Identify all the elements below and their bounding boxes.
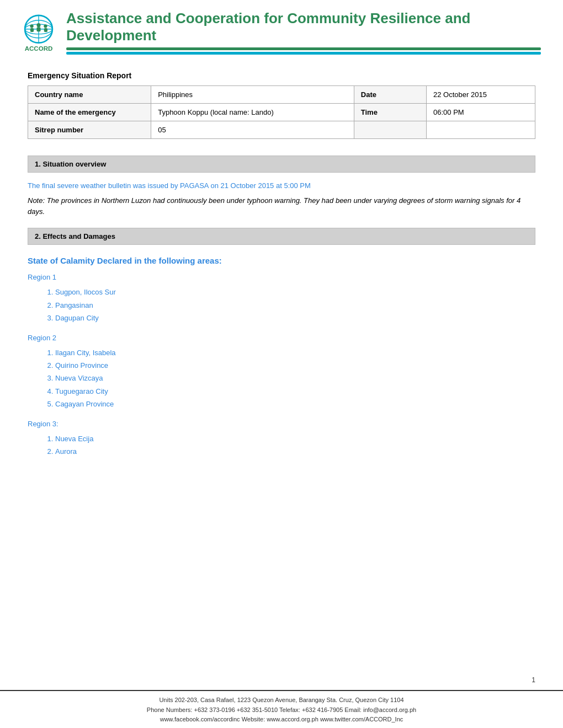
- value-emergency: Typhoon Koppu (local name: Lando): [151, 104, 354, 121]
- section2-header: 2. Effects and Damages: [28, 228, 535, 245]
- table-row-sitrep: Sitrep number 05: [28, 121, 535, 139]
- org-title: Assistance and Cooperation for Community…: [66, 10, 541, 44]
- list-item: Pangasinan: [55, 299, 535, 312]
- svg-point-7: [30, 24, 33, 28]
- main-content: Emergency Situation Report Country name …: [0, 55, 563, 511]
- svg-rect-10: [44, 28, 47, 32]
- page-footer: Units 202-203, Casa Rafael, 1223 Quezon …: [0, 690, 563, 728]
- page-header: ACCORD Assistance and Cooperation for Co…: [0, 0, 563, 55]
- footer-line3: www.facebook.com/accordinc Website: www.…: [22, 715, 541, 725]
- list-item: Aurora: [55, 445, 535, 458]
- region3-heading: Region 3:: [28, 420, 535, 428]
- accord-logo: ACCORD: [17, 10, 61, 55]
- section1-header: 1. Situation overview: [28, 156, 535, 173]
- footer-line1: Units 202-203, Casa Rafael, 1223 Quezon …: [22, 695, 541, 705]
- label-country: Country name: [28, 86, 151, 104]
- header-title-area: Assistance and Cooperation for Community…: [61, 10, 541, 55]
- label-time: Time: [354, 104, 426, 121]
- value-empty: [427, 121, 535, 139]
- blue-bar: [66, 52, 541, 55]
- note-text: Note: The provinces in Northern Luzon ha…: [28, 195, 535, 217]
- page-number: 1: [532, 676, 535, 684]
- info-table: Country name Philippines Date 22 October…: [28, 85, 535, 139]
- report-title: Emergency Situation Report: [28, 71, 535, 80]
- calamity-heading: State of Calamity Declared in the follow…: [28, 256, 535, 265]
- value-sitrep: 05: [151, 121, 354, 139]
- list-item: Nueva Ecija: [55, 432, 535, 445]
- svg-point-9: [44, 24, 47, 28]
- svg-text:ACCORD: ACCORD: [25, 45, 53, 52]
- alert-text: The final severe weather bulletin was is…: [28, 181, 535, 190]
- value-date: 22 October 2015: [427, 86, 535, 104]
- list-item: Quirino Province: [55, 359, 535, 372]
- region2-heading: Region 2: [28, 334, 535, 342]
- value-country: Philippines: [151, 86, 354, 104]
- list-item: Cagayan Province: [55, 398, 535, 410]
- region2-list: Ilagan City, Isabela Quirino Province Nu…: [28, 346, 535, 411]
- list-item: Ilagan City, Isabela: [55, 346, 535, 359]
- label-date: Date: [354, 86, 426, 104]
- green-bar: [66, 47, 541, 50]
- list-item: Dagupan City: [55, 312, 535, 324]
- region1-heading: Region 1: [28, 273, 535, 281]
- value-time: 06:00 PM: [427, 104, 535, 121]
- region1-list: Sugpon, Ilocos Sur Pangasinan Dagupan Ci…: [28, 286, 535, 324]
- table-row-country: Country name Philippines Date 22 October…: [28, 86, 535, 104]
- table-row-emergency: Name of the emergency Typhoon Koppu (loc…: [28, 104, 535, 121]
- header-bars: [66, 47, 541, 55]
- footer-line2: Phone Numbers: +632 373-0196 +632 351-50…: [22, 705, 541, 715]
- label-empty: [354, 121, 426, 139]
- label-sitrep: Sitrep number: [28, 121, 151, 139]
- list-item: Tuguegarao City: [55, 385, 535, 398]
- region3-list: Nueva Ecija Aurora: [28, 432, 535, 458]
- label-emergency: Name of the emergency: [28, 104, 151, 121]
- logo-area: ACCORD: [17, 10, 61, 55]
- list-item: Nueva Vizcaya: [55, 372, 535, 384]
- svg-point-5: [36, 23, 40, 27]
- svg-rect-8: [30, 28, 34, 32]
- svg-rect-6: [36, 27, 40, 31]
- list-item: Sugpon, Ilocos Sur: [55, 286, 535, 298]
